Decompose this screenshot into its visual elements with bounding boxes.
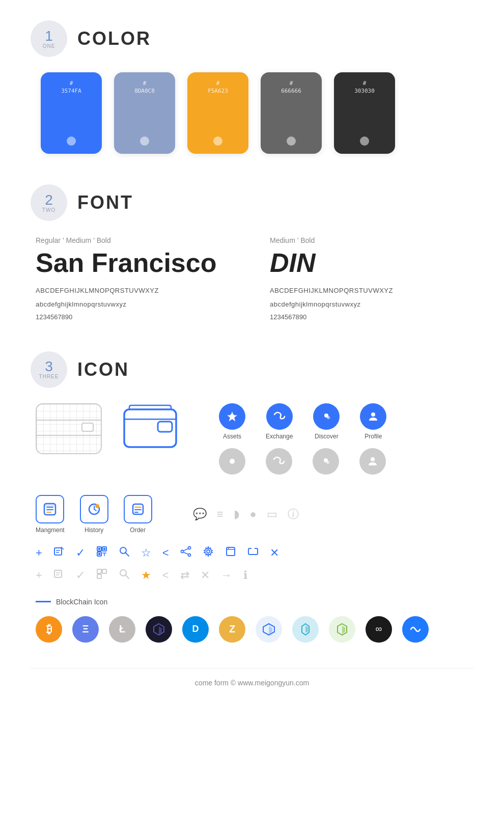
chain1-icon — [256, 616, 282, 643]
nav-circle-assets — [219, 403, 245, 430]
polkadot-icon: ∞ — [366, 616, 392, 643]
svg-line-42 — [183, 552, 188, 554]
qr-icon-gray — [96, 568, 107, 583]
icon-label-history: History — [85, 527, 103, 534]
section-color: 1 ONE COLOR #3574FA #8DA0C8 #F5A623 #666… — [31, 20, 473, 154]
wallet-wireframe-container — [36, 403, 102, 459]
wallet-wireframe — [36, 403, 102, 454]
number-two: 2 — [45, 193, 53, 207]
star-icon: ☆ — [141, 546, 151, 560]
section-font: 2 TWO FONT Regular ' Medium ' Bold San F… — [31, 184, 473, 321]
chain2-icon — [292, 616, 319, 643]
share-icon — [180, 546, 191, 560]
footer-text: come form © www.meigongyun.com — [195, 679, 309, 687]
wallet-strip-bottom — [37, 435, 101, 436]
blockchain-line — [36, 601, 51, 602]
nav-circle-exchange-gray — [266, 448, 292, 475]
svg-rect-53 — [102, 569, 106, 573]
edit-icon — [53, 546, 65, 560]
nav-label-discover: Discover — [315, 433, 339, 440]
svg-line-18 — [94, 509, 96, 511]
font-numbers-sf: 1234567890 — [36, 313, 239, 321]
icon-box-management — [36, 495, 64, 523]
svg-rect-49 — [54, 570, 62, 577]
swatch-dot-dark — [360, 136, 369, 146]
svg-rect-24 — [54, 548, 62, 555]
neo-icon — [146, 616, 172, 643]
stellar-icon — [402, 616, 429, 643]
stack-icon-gray: ≡ — [217, 508, 223, 521]
svg-line-41 — [183, 548, 188, 550]
nav-circle-assets-gray — [219, 448, 245, 475]
svg-rect-47 — [248, 548, 258, 555]
dot-icon-gray: ● — [250, 508, 257, 521]
icon-label-order: Order — [130, 527, 146, 534]
box-icon — [225, 546, 236, 560]
wallet-pocket — [81, 423, 94, 432]
font-name-din: DIN — [270, 248, 473, 278]
dash-icon: D — [182, 616, 209, 643]
font-grid: Regular ' Medium ' Bold San Francisco AB… — [36, 236, 473, 321]
nav-icons-gray-row — [219, 448, 386, 475]
svg-marker-60 — [269, 626, 272, 634]
section-number-three: 3 THREE — [31, 351, 67, 388]
font-meta-sf: Regular ' Medium ' Bold — [36, 236, 239, 244]
word-two: TWO — [42, 207, 55, 213]
color-swatch-periwinkle: #8DA0C8 — [114, 72, 175, 154]
misc-gray-icons: 💬 ≡ ◗ ● ▭ ⓘ — [193, 507, 299, 522]
icon-item-order: Order — [124, 495, 152, 534]
svg-line-56 — [125, 575, 129, 578]
nav-icon-discover: Discover — [313, 403, 340, 440]
color-swatch-blue: #3574FA — [41, 72, 102, 154]
font-upper-sf: ABCDEFGHIJKLMNOPQRSTUVWXYZ — [36, 286, 239, 296]
color-swatch-gray: #666666 — [261, 72, 322, 154]
check-icon: ✓ — [76, 546, 85, 560]
icon-item-management: Mangment — [36, 495, 65, 534]
check-icon-gray: ✓ — [76, 569, 85, 582]
svg-point-19 — [95, 504, 99, 508]
nav-icon-profile-gray — [359, 448, 386, 475]
blockchain-icons-row: ₿ Ξ Ł D Z — [36, 616, 473, 643]
wallet-nav-row: Assets Exchange Discover — [36, 403, 473, 475]
svg-rect-33 — [98, 553, 100, 555]
swatch-dot-periwinkle — [140, 136, 149, 146]
nav-circle-profile-gray — [359, 448, 386, 475]
font-lower-sf: abcdefghijklmnopqrstuvwxyz — [36, 299, 239, 310]
nav-icon-assets: Assets — [219, 403, 245, 440]
section-title-color: COLOR — [77, 28, 151, 49]
svg-point-6 — [371, 412, 375, 417]
utility-icons-gray-row: + ✓ ★ < ⇄ ✕ → ℹ — [36, 568, 473, 583]
svg-marker-62 — [305, 626, 308, 633]
bottom-main-icons-row: Mangment History — [36, 495, 473, 534]
nav-icons-top-row: Assets Exchange Discover — [219, 403, 386, 440]
section-title-icon: ICON — [77, 359, 129, 380]
arrow-right-icon-gray: → — [221, 569, 232, 582]
font-meta-din: Medium ' Bold — [270, 236, 473, 244]
svg-point-7 — [230, 459, 235, 464]
expand-icon — [247, 546, 259, 560]
svg-point-43 — [207, 550, 210, 553]
bitcoin-icon: ₿ — [36, 616, 62, 643]
arrows-icon-gray: ⇄ — [180, 569, 189, 582]
nav-label-profile: Profile — [365, 433, 382, 440]
close-icon-gray: ✕ — [201, 569, 210, 582]
chevron-left-icon: < — [162, 546, 169, 560]
color-swatch-orange: #F5A623 — [187, 72, 248, 154]
svg-rect-1 — [124, 419, 176, 420]
nav-label-exchange: Exchange — [266, 433, 293, 440]
plus-icon: + — [36, 546, 42, 560]
svg-point-38 — [188, 546, 190, 549]
font-name-sf: San Francisco — [36, 248, 239, 278]
svg-point-5 — [327, 416, 330, 419]
svg-rect-13 — [44, 504, 55, 507]
footer: come form © www.meigongyun.com — [31, 668, 473, 687]
color-swatch-dark: #303030 — [334, 72, 395, 154]
bubble-icon-gray: ▭ — [267, 508, 277, 521]
svg-rect-31 — [98, 548, 100, 550]
svg-point-10 — [371, 457, 375, 461]
plus-icon-gray: + — [36, 569, 42, 582]
word-one: ONE — [43, 43, 55, 49]
swatch-dot-gray — [287, 136, 296, 146]
chat-icon-gray: 💬 — [193, 508, 207, 521]
swatch-dot-orange — [213, 136, 222, 146]
